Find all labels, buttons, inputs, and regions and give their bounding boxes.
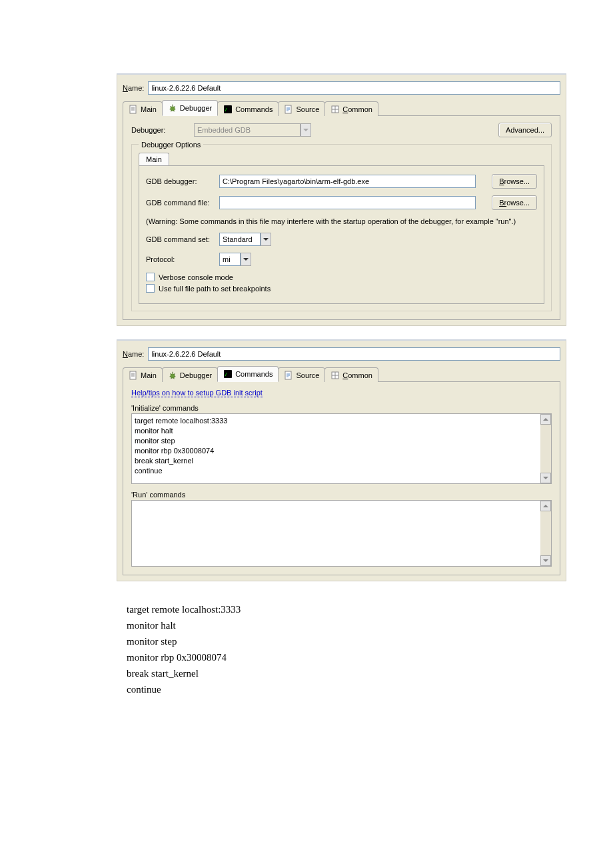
bug-icon [168,103,177,113]
document-icon [129,105,138,114]
source-icon [284,105,293,114]
name-input[interactable] [148,81,560,95]
debugger-options-legend: Debugger Options [139,141,203,149]
config-panel-debugger: Name: Main Debugger / Commands Source [117,73,566,326]
checkbox-icon[interactable] [146,284,155,293]
dropdown-arrow-icon[interactable] [301,123,311,137]
name-row: Name: [117,75,566,100]
tab-debugger-label: Debugger [180,371,212,379]
debugger-row: Debugger: Advanced... [131,123,552,137]
tab-source-label: Source [296,105,319,113]
run-textarea-wrap [131,500,552,567]
tab-main[interactable]: Main [123,367,163,382]
name-label: Name: [123,350,144,358]
table-icon [330,105,340,114]
debugger-dropdown-value [194,123,301,137]
document-icon [129,371,138,380]
scroll-down-icon[interactable] [540,555,551,566]
verbose-checkbox-row[interactable]: Verbose console mode [146,273,537,281]
run-commands-input[interactable] [132,501,540,566]
protocol-dropdown[interactable] [219,253,251,266]
scroll-up-icon[interactable] [540,414,551,425]
document-text-block: target remote localhost:3333 monitor hal… [127,601,566,697]
scroll-up-icon[interactable] [540,501,551,511]
checkbox-icon[interactable] [146,273,155,281]
tab-common[interactable]: Common [324,367,378,382]
tab-source[interactable]: Source [278,367,325,382]
cmdset-label: GDB command set: [146,235,219,243]
tab-commands-label: Commands [235,370,273,378]
tab-debugger[interactable]: Debugger [162,100,218,116]
tab-common-label: Common [342,105,372,113]
tab-commands[interactable]: / Commands [217,366,279,382]
bug-icon [168,371,177,380]
commands-tab-content: Help/tips on how to setup GDB init scrip… [123,381,560,575]
tab-common-label: Common [342,371,372,379]
config-panel-commands: Name: Main Debugger / Commands Source [117,339,566,581]
browse-gdb-button[interactable]: Browse... [492,174,537,189]
dropdown-arrow-icon[interactable] [261,233,271,246]
gdb-debugger-input[interactable] [219,175,476,188]
cmdset-value [219,233,261,246]
advanced-button[interactable]: Advanced... [498,123,552,137]
fullpath-label: Use full file path to set breakpoints [159,285,271,293]
gdb-cmdfile-input[interactable] [219,196,476,209]
name-row: Name: [117,341,566,366]
run-section-label: 'Run' commands [131,491,552,499]
tab-bar: Main Debugger / Commands Source Common [117,100,566,116]
protocol-label: Protocol: [146,255,219,263]
name-label: Name: [123,84,144,92]
tab-main-label: Main [141,371,157,379]
tab-source-label: Source [296,371,319,379]
tab-main-label: Main [141,105,157,113]
debugger-tab-content: Debugger: Advanced... Debugger Options M… [123,115,560,320]
verbose-label: Verbose console mode [159,273,233,281]
tab-commands-label: Commands [235,105,273,113]
initialize-section-label: 'Initialize' commands [131,404,552,412]
name-input[interactable] [148,347,560,361]
svg-rect-6 [130,371,136,379]
tab-debugger[interactable]: Debugger [162,367,218,382]
tab-main[interactable]: Main [123,101,163,116]
fullpath-checkbox-row[interactable]: Use full file path to set breakpoints [146,284,537,293]
terminal-icon: / [223,105,233,114]
browse-cmdfile-button[interactable]: Browse... [492,195,537,210]
debugger-dropdown-label: Debugger: [131,126,191,134]
debugger-options-group: Debugger Options Main GDB debugger: Brow… [131,144,552,311]
dropdown-arrow-icon[interactable] [241,253,251,266]
scrollbar[interactable] [540,501,551,566]
inner-tab-main[interactable]: Main [139,153,169,165]
gdb-cmdfile-label: GDB command file: [146,199,219,207]
tab-bar: Main Debugger / Commands Source Common [117,366,566,382]
terminal-icon: / [223,369,233,379]
source-icon [284,371,293,380]
tab-commands[interactable]: / Commands [217,101,279,116]
warning-text: (Warning: Some commands in this file may… [146,217,537,226]
scroll-down-icon[interactable] [540,473,551,483]
help-link[interactable]: Help/tips on how to setup GDB init scrip… [131,389,263,397]
svg-rect-0 [130,105,136,113]
debugger-dropdown[interactable] [194,123,311,137]
initialize-commands-input[interactable] [132,414,540,483]
inner-content: GDB debugger: Browse... GDB command file… [139,165,544,304]
tab-debugger-label: Debugger [180,104,212,112]
gdb-debugger-label: GDB debugger: [146,177,219,185]
initialize-textarea-wrap [131,413,552,484]
tab-common[interactable]: Common [324,101,378,116]
table-icon [330,371,340,380]
scrollbar[interactable] [540,414,551,483]
tab-source[interactable]: Source [278,101,325,116]
protocol-value [219,253,241,266]
cmdset-dropdown[interactable] [219,233,271,246]
